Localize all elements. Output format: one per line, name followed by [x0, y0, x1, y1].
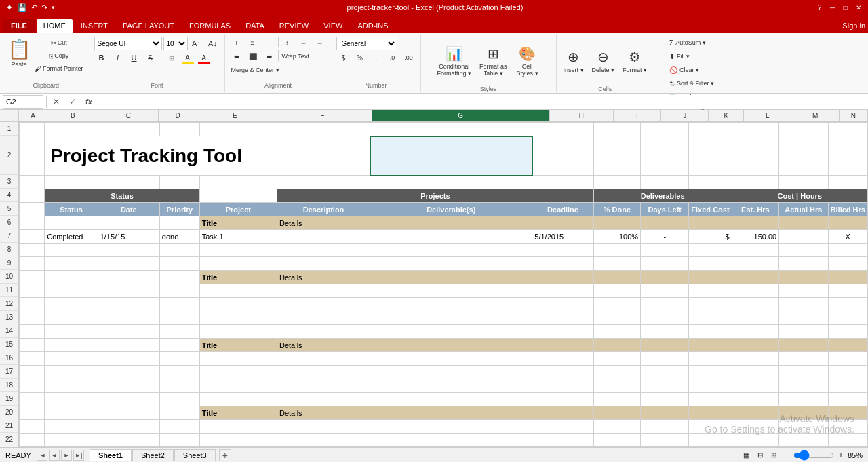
- cell-b6[interactable]: [45, 216, 98, 230]
- cell-b21[interactable]: [45, 420, 98, 434]
- cell-n20[interactable]: [828, 406, 867, 420]
- cell-h7-deadline[interactable]: 5/1/2015: [532, 230, 593, 244]
- cell-h14[interactable]: [532, 325, 593, 339]
- insert-function-btn[interactable]: fx: [82, 95, 96, 109]
- cell-n17[interactable]: [828, 366, 867, 379]
- col-header-m[interactable]: M: [791, 110, 839, 121]
- cell-e17[interactable]: [199, 366, 277, 379]
- cell-m13[interactable]: [779, 311, 828, 325]
- cell-m1[interactable]: [779, 123, 828, 136]
- cell-f12[interactable]: [277, 298, 370, 311]
- font-name-select[interactable]: Segoe UI: [94, 37, 162, 50]
- cell-a2[interactable]: [20, 136, 45, 176]
- cell-f3[interactable]: [277, 176, 370, 189]
- cell-j6[interactable]: [641, 216, 689, 230]
- cell-m19[interactable]: [779, 393, 828, 406]
- cell-m5-actualhrs[interactable]: Actual Hrs: [779, 203, 828, 216]
- minimize-btn[interactable]: ─: [828, 3, 837, 12]
- cell-c6[interactable]: [98, 216, 159, 230]
- cell-k8[interactable]: [689, 244, 732, 257]
- cell-c7-date[interactable]: 1/15/15: [98, 230, 159, 244]
- col-header-k[interactable]: K: [709, 110, 744, 121]
- cell-b15[interactable]: [45, 339, 98, 352]
- cell-d18[interactable]: [159, 379, 199, 393]
- sheet-nav-first[interactable]: |◄: [37, 450, 47, 461]
- col-header-d[interactable]: D: [159, 110, 197, 121]
- cell-reference-box[interactable]: [3, 95, 43, 109]
- cell-b8[interactable]: [45, 244, 98, 257]
- cell-g15[interactable]: [370, 339, 532, 352]
- cell-f9[interactable]: [277, 257, 370, 271]
- cell-a20[interactable]: [20, 406, 45, 420]
- col-header-e[interactable]: E: [197, 110, 274, 121]
- cell-e14[interactable]: [199, 325, 277, 339]
- align-bottom-button[interactable]: ⊥: [262, 37, 277, 49]
- strikethrough-button[interactable]: S: [143, 52, 158, 64]
- cell-n5-billedhrs[interactable]: Billed Hrs: [828, 203, 867, 216]
- cell-j18[interactable]: [641, 379, 689, 393]
- cell-e9[interactable]: [199, 257, 277, 271]
- cell-n9[interactable]: [828, 257, 867, 271]
- cell-g16[interactable]: [370, 352, 532, 366]
- cell-a19[interactable]: [20, 393, 45, 406]
- cell-i16[interactable]: [593, 352, 640, 366]
- cell-m22[interactable]: [779, 434, 828, 447]
- cell-a11[interactable]: [20, 284, 45, 298]
- cell-j3[interactable]: [641, 176, 689, 189]
- cell-f17[interactable]: [277, 366, 370, 379]
- cell-c1[interactable]: [98, 123, 159, 136]
- cell-l11[interactable]: [732, 284, 779, 298]
- cell-a22[interactable]: [20, 434, 45, 447]
- cell-l18[interactable]: [732, 379, 779, 393]
- cell-e16[interactable]: [199, 352, 277, 366]
- cell-l10[interactable]: [732, 271, 779, 284]
- comma-button[interactable]: ,: [369, 52, 384, 64]
- cell-f4-projects[interactable]: Projects: [277, 189, 593, 203]
- cell-l12[interactable]: [732, 298, 779, 311]
- cell-d14[interactable]: [159, 325, 199, 339]
- cell-c3[interactable]: [98, 176, 159, 189]
- cell-f19[interactable]: [277, 393, 370, 406]
- cell-c18[interactable]: [98, 379, 159, 393]
- cell-d16[interactable]: [159, 352, 199, 366]
- cell-c8[interactable]: [98, 244, 159, 257]
- cell-i10[interactable]: [593, 271, 640, 284]
- sheet-nav-last[interactable]: ►|: [73, 450, 84, 461]
- align-center-button[interactable]: ⬛: [245, 50, 260, 62]
- col-header-b[interactable]: B: [47, 110, 98, 121]
- cell-c12[interactable]: [98, 298, 159, 311]
- cell-h13[interactable]: [532, 311, 593, 325]
- col-header-c[interactable]: C: [98, 110, 159, 121]
- cell-l6[interactable]: [732, 216, 779, 230]
- text-direction-button[interactable]: ↕: [280, 37, 295, 49]
- cell-n7-billed[interactable]: X: [828, 230, 867, 244]
- cell-n1[interactable]: [828, 123, 867, 136]
- cell-h17[interactable]: [532, 366, 593, 379]
- sheet-nav-prev[interactable]: ◄: [49, 450, 60, 461]
- cell-e3[interactable]: [199, 176, 277, 189]
- cell-j16[interactable]: [641, 352, 689, 366]
- cell-f8[interactable]: [277, 244, 370, 257]
- cell-n16[interactable]: [828, 352, 867, 366]
- cell-a4[interactable]: [20, 189, 45, 203]
- cell-l19[interactable]: [732, 393, 779, 406]
- cell-l8[interactable]: [732, 244, 779, 257]
- cell-l22[interactable]: [732, 434, 779, 447]
- border-button[interactable]: ⊞: [164, 52, 179, 64]
- cell-i17[interactable]: [593, 366, 640, 379]
- cell-m7[interactable]: [779, 230, 828, 244]
- cell-f1[interactable]: [277, 123, 370, 136]
- cell-i14[interactable]: [593, 325, 640, 339]
- cell-c15[interactable]: [98, 339, 159, 352]
- cell-g7[interactable]: [370, 230, 532, 244]
- decrease-font-button[interactable]: A↓: [205, 37, 220, 50]
- cell-a18[interactable]: [20, 379, 45, 393]
- cancel-formula-btn[interactable]: ✕: [50, 95, 63, 109]
- cell-k21[interactable]: [689, 420, 732, 434]
- cell-e18[interactable]: [199, 379, 277, 393]
- cell-e11[interactable]: [199, 284, 277, 298]
- help-btn[interactable]: ?: [815, 3, 824, 12]
- number-format-select[interactable]: General: [336, 37, 397, 50]
- cell-g20[interactable]: [370, 406, 532, 420]
- cell-j2[interactable]: [641, 136, 689, 176]
